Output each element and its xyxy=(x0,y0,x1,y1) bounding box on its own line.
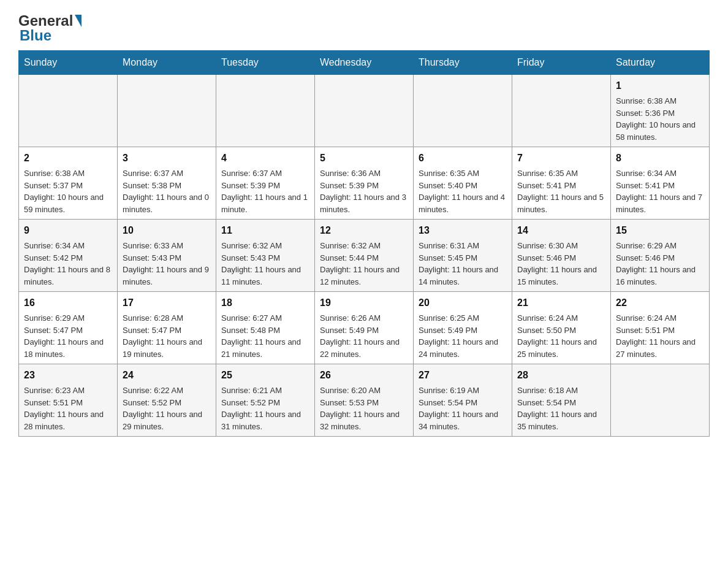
day-detail-text: Sunrise: 6:32 AM xyxy=(320,240,408,252)
weekday-header-saturday: Saturday xyxy=(611,51,710,75)
day-detail-text: Sunset: 5:46 PM xyxy=(517,252,605,264)
day-detail-text: Sunrise: 6:31 AM xyxy=(419,240,507,252)
calendar-cell: 19Sunrise: 6:26 AMSunset: 5:49 PMDayligh… xyxy=(315,292,414,364)
calendar-cell: 1Sunrise: 6:38 AMSunset: 5:36 PMDaylight… xyxy=(611,75,710,147)
day-number: 3 xyxy=(123,151,211,166)
calendar-cell: 2Sunrise: 6:38 AMSunset: 5:37 PMDaylight… xyxy=(19,147,118,220)
calendar-cell: 11Sunrise: 6:32 AMSunset: 5:43 PMDayligh… xyxy=(216,220,315,292)
day-number: 12 xyxy=(320,223,408,238)
day-number: 4 xyxy=(221,151,309,166)
day-detail-text: Sunrise: 6:22 AM xyxy=(123,385,211,397)
day-detail-text: Sunrise: 6:27 AM xyxy=(221,312,309,324)
day-detail-text: Sunrise: 6:24 AM xyxy=(616,312,704,324)
day-number: 23 xyxy=(24,368,112,383)
day-detail-text: Daylight: 11 hours and 12 minutes. xyxy=(320,264,408,288)
day-detail-text: Daylight: 11 hours and 7 minutes. xyxy=(616,191,704,215)
calendar-cell: 10Sunrise: 6:33 AMSunset: 5:43 PMDayligh… xyxy=(118,220,216,292)
calendar-cell: 20Sunrise: 6:25 AMSunset: 5:49 PMDayligh… xyxy=(414,292,512,364)
day-detail-text: Sunset: 5:41 PM xyxy=(616,180,704,192)
day-detail-text: Sunrise: 6:25 AM xyxy=(419,312,507,324)
day-detail-text: Sunset: 5:53 PM xyxy=(320,397,408,409)
calendar-cell: 12Sunrise: 6:32 AMSunset: 5:44 PMDayligh… xyxy=(315,220,414,292)
day-number: 21 xyxy=(517,296,605,310)
calendar-cell: 28Sunrise: 6:18 AMSunset: 5:54 PMDayligh… xyxy=(512,364,611,437)
weekday-header-thursday: Thursday xyxy=(414,51,512,75)
calendar-cell: 23Sunrise: 6:23 AMSunset: 5:51 PMDayligh… xyxy=(19,364,118,437)
day-detail-text: Sunrise: 6:37 AM xyxy=(123,167,211,180)
weekday-header-row: SundayMondayTuesdayWednesdayThursdayFrid… xyxy=(19,51,710,75)
day-detail-text: Daylight: 11 hours and 34 minutes. xyxy=(419,408,507,432)
calendar-cell: 3Sunrise: 6:37 AMSunset: 5:38 PMDaylight… xyxy=(118,147,216,220)
day-detail-text: Sunset: 5:38 PM xyxy=(123,180,211,192)
day-detail-text: Sunrise: 6:36 AM xyxy=(320,167,408,180)
day-detail-text: Daylight: 11 hours and 27 minutes. xyxy=(616,336,704,360)
day-detail-text: Daylight: 11 hours and 25 minutes. xyxy=(517,336,605,360)
day-detail-text: Sunset: 5:54 PM xyxy=(419,397,507,409)
day-detail-text: Sunset: 5:46 PM xyxy=(616,252,704,264)
calendar-cell: 9Sunrise: 6:34 AMSunset: 5:42 PMDaylight… xyxy=(19,220,118,292)
calendar-cell: 16Sunrise: 6:29 AMSunset: 5:47 PMDayligh… xyxy=(19,292,118,364)
day-detail-text: Daylight: 11 hours and 18 minutes. xyxy=(24,336,112,360)
calendar-cell: 5Sunrise: 6:36 AMSunset: 5:39 PMDaylight… xyxy=(315,147,414,220)
day-number: 22 xyxy=(616,296,704,310)
day-detail-text: Daylight: 11 hours and 1 minute. xyxy=(221,191,309,215)
day-detail-text: Daylight: 11 hours and 3 minutes. xyxy=(320,191,408,215)
day-detail-text: Daylight: 11 hours and 15 minutes. xyxy=(517,264,605,288)
day-detail-text: Sunset: 5:47 PM xyxy=(24,324,112,337)
day-detail-text: Daylight: 11 hours and 31 minutes. xyxy=(221,408,309,432)
day-detail-text: Daylight: 11 hours and 35 minutes. xyxy=(517,408,605,432)
day-detail-text: Sunrise: 6:34 AM xyxy=(616,167,704,180)
day-detail-text: Sunrise: 6:30 AM xyxy=(517,240,605,252)
day-detail-text: Sunset: 5:36 PM xyxy=(616,107,704,120)
day-detail-text: Sunset: 5:48 PM xyxy=(221,324,309,337)
week-row-2: 2Sunrise: 6:38 AMSunset: 5:37 PMDaylight… xyxy=(19,147,710,220)
calendar-cell xyxy=(216,75,315,147)
weekday-header-sunday: Sunday xyxy=(19,51,118,75)
day-detail-text: Sunrise: 6:20 AM xyxy=(320,385,408,397)
day-detail-text: Sunrise: 6:23 AM xyxy=(24,385,112,397)
day-number: 24 xyxy=(123,368,211,383)
day-number: 7 xyxy=(517,151,605,166)
calendar-cell xyxy=(512,75,611,147)
day-number: 16 xyxy=(24,296,112,310)
day-detail-text: Sunrise: 6:38 AM xyxy=(24,167,112,180)
day-number: 11 xyxy=(221,223,309,238)
weekday-header-wednesday: Wednesday xyxy=(315,51,414,75)
day-detail-text: Daylight: 11 hours and 16 minutes. xyxy=(616,264,704,288)
calendar-cell xyxy=(611,364,710,437)
day-detail-text: Sunset: 5:47 PM xyxy=(123,324,211,337)
day-number: 25 xyxy=(221,368,309,383)
calendar-cell xyxy=(118,75,216,147)
weekday-header-friday: Friday xyxy=(512,51,611,75)
calendar-cell: 21Sunrise: 6:24 AMSunset: 5:50 PMDayligh… xyxy=(512,292,611,364)
calendar-cell xyxy=(315,75,414,147)
day-detail-text: Sunrise: 6:38 AM xyxy=(616,95,704,107)
day-number: 8 xyxy=(616,151,704,166)
day-detail-text: Daylight: 11 hours and 9 minutes. xyxy=(123,264,211,288)
weekday-header-monday: Monday xyxy=(118,51,216,75)
day-detail-text: Sunset: 5:45 PM xyxy=(419,252,507,264)
day-detail-text: Sunrise: 6:35 AM xyxy=(517,167,605,180)
day-detail-text: Daylight: 11 hours and 8 minutes. xyxy=(24,264,112,288)
calendar-cell: 24Sunrise: 6:22 AMSunset: 5:52 PMDayligh… xyxy=(118,364,216,437)
day-detail-text: Daylight: 10 hours and 58 minutes. xyxy=(616,119,704,143)
day-number: 9 xyxy=(24,223,112,238)
day-number: 14 xyxy=(517,223,605,238)
day-detail-text: Sunset: 5:50 PM xyxy=(517,324,605,337)
day-detail-text: Sunrise: 6:29 AM xyxy=(616,240,704,252)
day-detail-text: Sunset: 5:54 PM xyxy=(517,397,605,409)
calendar-cell: 14Sunrise: 6:30 AMSunset: 5:46 PMDayligh… xyxy=(512,220,611,292)
day-detail-text: Sunrise: 6:37 AM xyxy=(221,167,309,180)
day-detail-text: Daylight: 11 hours and 21 minutes. xyxy=(221,336,309,360)
day-number: 5 xyxy=(320,151,408,166)
day-number: 15 xyxy=(616,223,704,238)
calendar-table: SundayMondayTuesdayWednesdayThursdayFrid… xyxy=(18,50,710,437)
calendar-cell: 26Sunrise: 6:20 AMSunset: 5:53 PMDayligh… xyxy=(315,364,414,437)
day-detail-text: Sunset: 5:40 PM xyxy=(419,180,507,192)
day-number: 2 xyxy=(24,151,112,166)
day-detail-text: Sunrise: 6:34 AM xyxy=(24,240,112,252)
day-detail-text: Sunset: 5:39 PM xyxy=(320,180,408,192)
day-detail-text: Daylight: 11 hours and 28 minutes. xyxy=(24,408,112,432)
day-detail-text: Sunset: 5:42 PM xyxy=(24,252,112,264)
day-detail-text: Sunrise: 6:24 AM xyxy=(517,312,605,324)
